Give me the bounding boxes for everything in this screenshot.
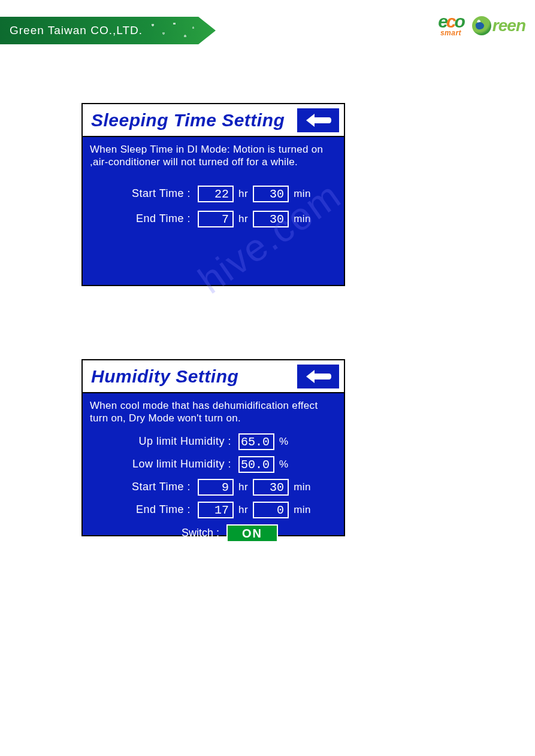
sleeping-time-panel: Sleeping Time Setting When Sleep Time in… [81, 103, 345, 286]
panel-title: Sleeping Time Setting [91, 110, 285, 130]
low-limit-row: Low limit Humidity : 50.0 % [90, 456, 337, 473]
eco-smart-logo: eco smart [438, 14, 464, 37]
up-limit-label: Up limit Humidity : [90, 435, 234, 448]
end-time-row: End Time : 17 hr 0 min [90, 502, 337, 518]
low-limit-label: Low limit Humidity : [90, 458, 234, 470]
start-time-label: Start Time : [90, 481, 193, 493]
start-hour-input[interactable]: 9 [198, 479, 234, 496]
document-header: Green Taiwan CO.,LTD. [0, 17, 216, 44]
pct-unit: % [279, 436, 289, 448]
end-time-row: End Time : 7 hr 30 min [90, 211, 337, 227]
back-button[interactable] [297, 108, 339, 132]
low-limit-input[interactable]: 50.0 [238, 456, 274, 473]
pct-unit: % [279, 459, 289, 470]
start-time-label: Start Time : [90, 187, 193, 200]
min-unit: min [294, 188, 311, 200]
company-name: Green Taiwan CO.,LTD. [10, 24, 143, 37]
start-hour-input[interactable]: 22 [198, 186, 234, 202]
globe-icon [472, 16, 491, 35]
switch-row: Switch : ON [90, 524, 337, 542]
company-banner: Green Taiwan CO.,LTD. [0, 17, 216, 44]
end-time-label: End Time : [90, 212, 193, 225]
start-time-row: Start Time : 9 hr 30 min [90, 479, 337, 496]
end-hour-input[interactable]: 17 [198, 502, 234, 518]
green-logo: reen [472, 16, 525, 35]
green-logo-text: reen [492, 16, 525, 35]
panel-title-bar: Sleeping Time Setting [83, 104, 344, 137]
hr-unit: hr [238, 188, 248, 200]
hr-unit: hr [238, 481, 248, 493]
start-time-row: Start Time : 22 hr 30 min [90, 186, 337, 202]
switch-toggle[interactable]: ON [226, 524, 278, 542]
up-limit-row: Up limit Humidity : 65.0 % [90, 433, 337, 450]
hr-unit: hr [238, 213, 248, 225]
min-unit: min [294, 213, 311, 225]
panel-description: When Sleep Time in DI Mode: Motion is tu… [90, 143, 337, 169]
up-limit-input[interactable]: 65.0 [238, 433, 274, 450]
end-time-label: End Time : [90, 503, 193, 516]
panel-title-bar: Humidity Setting [83, 360, 344, 393]
end-min-input[interactable]: 0 [253, 502, 289, 518]
logo-group: eco smart reen [438, 14, 525, 37]
switch-label: Switch : [162, 527, 222, 539]
end-min-input[interactable]: 30 [253, 211, 289, 227]
panel-description: When cool mode that has dehumidification… [90, 399, 337, 425]
hr-unit: hr [238, 504, 248, 516]
eco-logo-sub: smart [440, 29, 461, 37]
end-hour-input[interactable]: 7 [198, 211, 234, 227]
start-min-input[interactable]: 30 [253, 479, 289, 496]
start-min-input[interactable]: 30 [253, 186, 289, 202]
back-arrow-icon [305, 369, 331, 384]
humidity-panel: Humidity Setting When cool mode that has… [81, 359, 345, 536]
back-arrow-icon [305, 113, 331, 128]
min-unit: min [294, 504, 311, 516]
back-button[interactable] [297, 365, 339, 388]
min-unit: min [294, 481, 311, 493]
panel-title: Humidity Setting [91, 366, 238, 387]
